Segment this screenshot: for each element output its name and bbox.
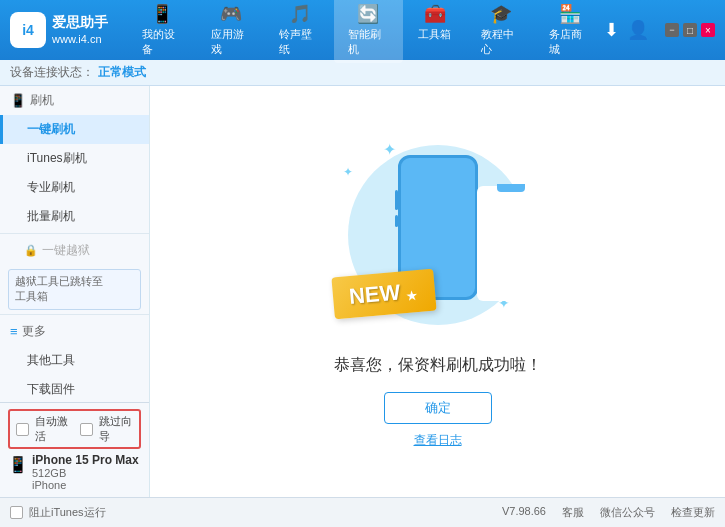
tab-service[interactable]: 🏪 务店商城 [535, 0, 604, 63]
auto-activate-checkbox[interactable] [16, 423, 29, 436]
tab-ringtones[interactable]: 🎵 铃声壁纸 [265, 0, 334, 63]
guide-activation-label: 跳过向导 [99, 414, 134, 444]
sidebar-group-flash[interactable]: 📱 刷机 [0, 86, 149, 115]
logo-icon: i4 [10, 12, 46, 48]
sparkle-icon-1: ✦ [383, 140, 396, 159]
confirm-button[interactable]: 确定 [384, 392, 492, 424]
tab-apps-games[interactable]: 🎮 应用游戏 [197, 0, 266, 63]
divider-1 [0, 233, 149, 234]
tab-smart-flash-label: 智能刷机 [348, 27, 389, 57]
wechat-link[interactable]: 微信公众号 [600, 505, 655, 520]
logo: i4 爱思助手 www.i4.cn [10, 12, 108, 48]
sidebar-item-pro-flash[interactable]: 专业刷机 [0, 173, 149, 202]
auto-activate-label: 自动激活 [35, 414, 70, 444]
phone-btn-1 [395, 190, 398, 210]
sidebar-item-itunes-flash[interactable]: iTunes刷机 [0, 144, 149, 173]
header: i4 爱思助手 www.i4.cn 📱 我的设备 🎮 应用游戏 🎵 铃声壁纸 🔄… [0, 0, 725, 60]
log-link[interactable]: 查看日志 [414, 432, 462, 449]
content-area: ✦ ✦ ✦ NEW ★ 恭喜您，保资料刷机成功啦！ 确定 查看日志 [150, 86, 725, 497]
device-storage: 512GB [32, 467, 139, 479]
logo-icon-text: i4 [22, 22, 34, 38]
version-label: V7.98.66 [502, 505, 546, 520]
bottom-bar-right: V7.98.66 客服 微信公众号 检查更新 [502, 505, 715, 520]
phone-btn-2 [395, 215, 398, 227]
flash-group-label: 刷机 [30, 92, 54, 109]
bottom-bar: 阻止iTunes运行 V7.98.66 客服 微信公众号 检查更新 [0, 497, 725, 527]
logo-text: 爱思助手 www.i4.cn [52, 13, 108, 48]
jailbreak-label: 一键越狱 [42, 242, 90, 259]
tab-my-device-label: 我的设备 [142, 27, 183, 57]
check-update-link[interactable]: 检查更新 [671, 505, 715, 520]
status-label: 设备连接状态： [10, 64, 94, 81]
my-device-icon: 📱 [151, 3, 173, 25]
tab-tutorial[interactable]: 🎓 教程中心 [467, 0, 536, 63]
more-group-icon: ≡ [10, 324, 18, 339]
divider-2 [0, 314, 149, 315]
tab-tutorial-label: 教程中心 [481, 27, 522, 57]
logo-app-name: 爱思助手 [52, 13, 108, 33]
new-star-icon: ★ [405, 286, 419, 303]
success-text: 恭喜您，保资料刷机成功啦！ [334, 355, 542, 376]
status-bar: 设备连接状态： 正常模式 [0, 60, 725, 86]
new-banner-text: NEW [347, 279, 400, 308]
nav-tabs: 📱 我的设备 🎮 应用游戏 🎵 铃声壁纸 🔄 智能刷机 🧰 工具箱 🎓 教程中心… [128, 0, 604, 63]
sidebar-item-other-tools[interactable]: 其他工具 [0, 346, 149, 375]
phone-screen [477, 186, 545, 301]
tab-smart-flash[interactable]: 🔄 智能刷机 [334, 0, 403, 63]
guide-activation-checkbox[interactable] [80, 423, 93, 436]
device-info: 📱 iPhone 15 Pro Max 512GB iPhone [8, 453, 141, 491]
flash-group-icon: 📱 [10, 93, 26, 108]
device-details: iPhone 15 Pro Max 512GB iPhone [32, 453, 139, 491]
status-value: 正常模式 [98, 64, 146, 81]
sidebar-item-batch-flash[interactable]: 批量刷机 [0, 202, 149, 231]
tab-ringtones-label: 铃声壁纸 [279, 27, 320, 57]
tutorial-icon: 🎓 [490, 3, 512, 25]
maximize-btn[interactable]: □ [683, 23, 697, 37]
sidebar-group-jailbreak: 🔒 一键越狱 [0, 236, 149, 265]
sidebar-group-more[interactable]: ≡ 更多 [0, 317, 149, 346]
sparkle-icon-2: ✦ [343, 165, 353, 179]
bottom-bar-left: 阻止iTunes运行 [10, 505, 106, 520]
logo-url: www.i4.cn [52, 32, 108, 47]
toolbox-icon: 🧰 [424, 3, 446, 25]
new-banner: NEW ★ [331, 268, 436, 319]
tab-my-device[interactable]: 📱 我的设备 [128, 0, 197, 63]
sidebar-item-download-firmware[interactable]: 下载固件 [0, 375, 149, 402]
tab-toolbox[interactable]: 🧰 工具箱 [403, 0, 467, 63]
ringtones-icon: 🎵 [289, 3, 311, 25]
auto-activate-row: 自动激活 跳过向导 [8, 409, 141, 449]
tab-toolbox-label: 工具箱 [418, 27, 451, 42]
phone-illustration: ✦ ✦ ✦ NEW ★ [328, 135, 548, 335]
customer-service-link[interactable]: 客服 [562, 505, 584, 520]
sidebar-item-one-key-flash[interactable]: 一键刷机 [0, 115, 149, 144]
close-btn[interactable]: × [701, 23, 715, 37]
tab-apps-games-label: 应用游戏 [211, 27, 252, 57]
device-phone-icon: 📱 [8, 455, 28, 474]
tab-service-label: 务店商城 [549, 27, 590, 57]
lock-icon: 🔒 [24, 244, 38, 257]
sidebar-bottom: 自动激活 跳过向导 📱 iPhone 15 Pro Max 512GB iPho… [0, 402, 149, 497]
header-right: ⬇ 👤 － □ × [604, 19, 715, 41]
smart-flash-icon: 🔄 [357, 3, 379, 25]
minimize-btn[interactable]: － [665, 23, 679, 37]
device-section: 自动激活 跳过向导 📱 iPhone 15 Pro Max 512GB iPho… [0, 402, 149, 497]
more-group-label: 更多 [22, 323, 46, 340]
download-btn[interactable]: ⬇ [604, 19, 619, 41]
apps-games-icon: 🎮 [220, 3, 242, 25]
window-controls: － □ × [665, 23, 715, 37]
service-icon: 🏪 [559, 3, 581, 25]
itunes-block-checkbox[interactable] [10, 506, 23, 519]
jailbreak-notice: 越狱工具已跳转至工具箱 [8, 269, 141, 310]
device-name: iPhone 15 Pro Max [32, 453, 139, 467]
itunes-block-label: 阻止iTunes运行 [29, 505, 106, 520]
device-type: iPhone [32, 479, 139, 491]
sidebar-scroll: 📱 刷机 一键刷机 iTunes刷机 专业刷机 批量刷机 🔒 一键越狱 越狱工具… [0, 86, 149, 402]
sidebar: 📱 刷机 一键刷机 iTunes刷机 专业刷机 批量刷机 🔒 一键越狱 越狱工具… [0, 86, 150, 497]
phone-notch [497, 184, 525, 192]
user-btn[interactable]: 👤 [627, 19, 649, 41]
